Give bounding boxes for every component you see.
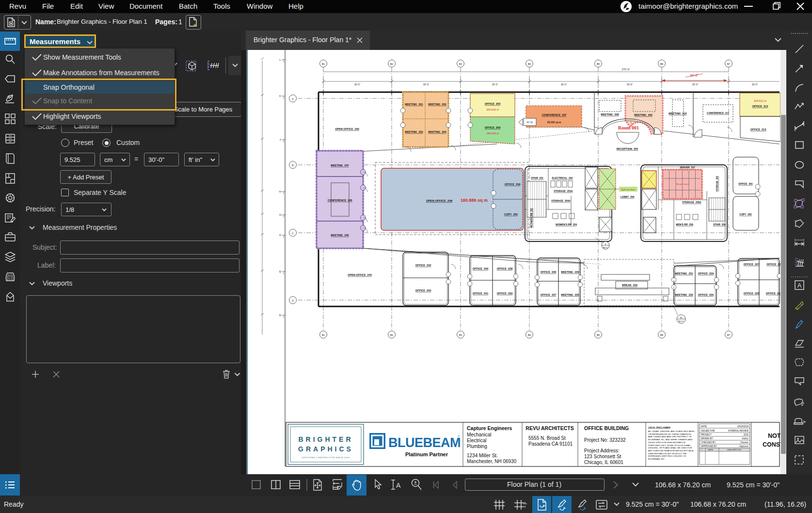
svg-text:DATE: DATE	[708, 449, 713, 451]
svg-text:Approver: Approver	[739, 445, 748, 448]
svg-text:MEETING 208: MEETING 208	[601, 113, 619, 116]
svg-text:MEETING 210: MEETING 210	[669, 112, 686, 115]
svg-text:BLUEBEAM: BLUEBEAM	[388, 435, 461, 450]
svg-text:B6: B6	[660, 63, 663, 65]
svg-text:B1: B1	[322, 63, 325, 65]
svg-text:MEETING 247: MEETING 247	[331, 164, 349, 167]
svg-text:OFFICE 229: OFFICE 229	[698, 272, 714, 275]
svg-text:B4: B4	[528, 63, 531, 65]
svg-text:A6.02: A6.02	[603, 246, 608, 249]
svg-text:DIGITISING CONSTRUCTION SINCE: DIGITISING CONSTRUCTION SINCE 2003	[302, 456, 350, 459]
svg-text:Plumbing: Plumbing	[467, 444, 487, 449]
svg-text:Electrical: Electrical	[467, 438, 487, 443]
svg-text:OFFICE 22: OFFICE 22	[766, 263, 780, 266]
svg-text:CHECKED BY:: CHECKED BY:	[701, 441, 716, 444]
svg-text:OFFICE 228: OFFICE 228	[744, 292, 759, 295]
svg-text:Capture Engineers: Capture Engineers	[467, 425, 512, 431]
svg-text:Chicago, IL 60601: Chicago, IL 60601	[584, 460, 623, 465]
svg-text:30'-0": 30'-0"	[423, 83, 430, 86]
svg-text:OPEN OFFICE 244: OPEN OFFICE 244	[348, 273, 372, 276]
svg-text:Project Address:: Project Address:	[584, 448, 620, 453]
svg-text:D: D	[279, 314, 282, 317]
svg-text:DATE: DATE	[701, 425, 707, 428]
svg-text:Checker: Checker	[740, 441, 749, 444]
svg-text:MEETING 235: MEETING 235	[561, 293, 579, 296]
svg-text:B5: B5	[597, 63, 600, 65]
svg-text:DEMONSTRATION SET WITHOUT THE: DEMONSTRATION SET WITHOUT THE	[648, 452, 687, 455]
svg-text:OFFICE BUILDING: OFFICE BUILDING	[584, 425, 629, 431]
svg-text:K: K	[279, 95, 281, 97]
svg-text:STORAGE 258A: STORAGE 258A	[682, 201, 701, 204]
svg-text:OFFICE 241: OFFICE 241	[473, 292, 488, 295]
svg-text:MEETING 203: MEETING 203	[428, 103, 446, 106]
svg-text:193.615 sf: 193.615 sf	[486, 132, 499, 135]
svg-text:STAIR 259: STAIR 259	[713, 223, 726, 226]
svg-text:Room 001: Room 001	[618, 125, 639, 130]
svg-text:3232: 3232	[744, 433, 749, 436]
svg-text:STAIR 251: STAIR 251	[531, 176, 543, 179]
svg-text:CONSTI: CONSTI	[763, 441, 780, 448]
svg-text:GRAPHICS: GRAPHICS	[298, 445, 353, 453]
svg-text:30'-0": 30'-0"	[752, 83, 758, 86]
svg-text:03/04/2018: 03/04/2018	[737, 425, 748, 428]
svg-text:MergeOutward: MergeOutward	[676, 183, 689, 185]
svg-text:A7.01: A7.01	[526, 121, 533, 124]
svg-text:MEETING 231: MEETING 231	[675, 272, 693, 275]
svg-text:C: C	[292, 232, 294, 235]
svg-text:A6.01: A6.01	[679, 320, 684, 322]
svg-text:DEVELOPED FOR DEMONSTRATION: DEVELOPED FOR DEMONSTRATION	[648, 441, 685, 444]
svg-text:MEETING 204: MEETING 204	[428, 130, 446, 133]
svg-text:OFFICE 205: OFFICE 205	[485, 102, 500, 105]
svg-text:23.152 sq m: 23.152 sq m	[547, 121, 561, 124]
svg-text:ELECTRICAL 253: ELECTRICAL 253	[552, 176, 573, 179]
svg-text:OFFICE 227: OFFICE 227	[744, 263, 759, 266]
svg-text:BRIGHTER: BRIGHTER	[298, 435, 353, 443]
svg-text:OFFICE 206: OFFICE 206	[485, 126, 500, 129]
svg-text:MEETING 209: MEETING 209	[634, 113, 652, 116]
svg-text:DRAWN BY:: DRAWN BY:	[701, 437, 714, 440]
svg-text:B7: B7	[727, 334, 730, 337]
svg-text:OPEN OFFICE 200: OPEN OFFICE 200	[335, 128, 359, 130]
svg-text:B7: B7	[727, 63, 730, 65]
svg-text:Split into three: Split into three	[621, 189, 636, 191]
svg-text:ANY PURPOSE WHATSOEVER EXCEPT: ANY PURPOSE WHATSOEVER EXCEPT AS A	[648, 449, 693, 452]
svg-text:30'-0": 30'-0"	[627, 83, 633, 86]
svg-text:CONFERENCE 246: CONFERENCE 246	[328, 199, 352, 202]
svg-text:COPY 262: COPY 262	[739, 213, 752, 216]
svg-text:J: J	[280, 138, 281, 141]
svg-text:BLUEBEAM, INC.: BLUEBEAM, INC.	[648, 458, 665, 460]
svg-text:OFFICE 226: OFFICE 226	[766, 292, 780, 295]
svg-text:F: F	[279, 234, 281, 237]
svg-text:EXPRESSED WRITTEN CONCENT OF: EXPRESSED WRITTEN CONCENT OF	[648, 455, 686, 457]
svg-text:ALL IDEAS, DESIGNS, AND PLANS: ALL IDEAS, DESIGNS, AND PLANS INDICATED	[648, 430, 695, 433]
svg-text:30'-0": 30'-0"	[561, 83, 567, 86]
svg-text:REVU ARCHITECTS: REVU ARCHITECTS	[525, 425, 573, 431]
svg-text:RECEPTION 255: RECEPTION 255	[617, 147, 638, 150]
svg-text:INTERNAL REVIEW: INTERNAL REVIEW	[728, 430, 749, 432]
svg-text:OFFICE 213: OFFICE 213	[750, 128, 766, 131]
svg-text:®: ®	[458, 435, 460, 438]
svg-text:MEETING 245: MEETING 245	[331, 234, 349, 237]
svg-text:SERVER 257: SERVER 257	[680, 166, 695, 169]
svg-text:CONFERENCE 211: CONFERENCE 211	[707, 112, 729, 114]
svg-text:E: E	[279, 270, 281, 273]
svg-text:B2: B2	[390, 63, 393, 65]
svg-text:DESCRIPTION: DESCRIPTION	[727, 449, 741, 451]
svg-text:B5: B5	[597, 334, 600, 337]
svg-text:MOTHERS RM 252: MOTHERS RM 252	[530, 208, 533, 228]
svg-text:OFFICE 212: OFFICE 212	[752, 105, 768, 108]
svg-text:204.612 sf: 204.612 sf	[754, 99, 766, 102]
svg-text:OPEN OFFICE 248: OPEN OFFICE 248	[426, 199, 453, 202]
svg-text:G: G	[279, 213, 282, 216]
svg-text:ARE OWNED AND ARE THE PROPERTY: ARE OWNED AND ARE THE PROPERTY OF	[648, 435, 692, 438]
svg-text:OFFICE 236: OFFICE 236	[541, 271, 556, 273]
svg-text:CONFERENCE 207: CONFERENCE 207	[542, 113, 567, 116]
svg-text:30'-0": 30'-0"	[492, 83, 498, 86]
svg-text:30'-0": 30'-0"	[354, 83, 361, 86]
svg-text:ISSUED FOR:: ISSUED FOR:	[701, 430, 715, 432]
svg-text:L: L	[279, 58, 281, 61]
svg-text:STORAGE 254A: STORAGE 254A	[551, 199, 571, 202]
svg-text:H: H	[279, 190, 281, 193]
svg-text:B3: B3	[459, 334, 462, 337]
svg-text:A: A	[396, 481, 401, 489]
